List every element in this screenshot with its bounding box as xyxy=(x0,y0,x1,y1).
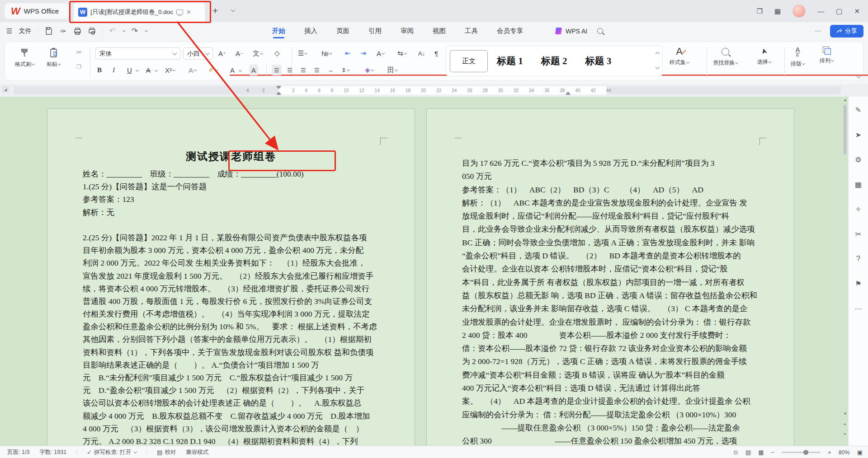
select-cursor-icon[interactable]: ➤ xyxy=(852,128,865,141)
superscript-button[interactable]: X² xyxy=(165,65,175,75)
zoom-level[interactable]: 80% xyxy=(839,449,850,456)
more-icon[interactable]: ⋯ xyxy=(852,302,865,315)
scroll-up-icon[interactable]: ▲ xyxy=(843,98,847,102)
next-page-icon[interactable]: ⏷ xyxy=(843,432,846,437)
underline-chevron-icon[interactable] xyxy=(136,69,139,72)
ribbon-tab[interactable]: 引用 xyxy=(368,23,382,39)
ribbon-tab[interactable]: 审阅 xyxy=(400,23,415,39)
paste-button[interactable]: 粘贴 xyxy=(47,47,61,68)
zoom-out-button[interactable]: − xyxy=(771,449,774,456)
bookmark-icon[interactable]: ⚑ xyxy=(852,277,865,290)
zoom-slider-thumb[interactable] xyxy=(803,450,808,455)
style-item[interactable]: 标题 1 xyxy=(488,55,532,67)
gallery-scroll-down-icon[interactable] xyxy=(655,65,660,70)
cut-icon[interactable]: ✂ xyxy=(76,48,82,56)
align-right-button[interactable]: ☰ xyxy=(301,65,306,75)
cjk-layout-button[interactable]: ⇆ xyxy=(397,48,406,59)
tab-list-chevron-icon[interactable] xyxy=(231,8,236,12)
sort-button[interactable]: A↓ xyxy=(418,48,425,59)
chart-icon[interactable]: ▦ xyxy=(852,178,865,191)
format-painter-button[interactable]: 格式刷 xyxy=(15,47,34,68)
ruler-toggle-icon[interactable]: ◢ xyxy=(2,86,9,93)
underline-button[interactable]: U xyxy=(127,65,132,75)
redo-chevron-icon[interactable] xyxy=(145,29,148,32)
ribbon-tab[interactable]: 工具 xyxy=(464,23,479,39)
tools-icon[interactable]: ✧ xyxy=(852,202,865,216)
copy-icon[interactable]: ❐ xyxy=(76,64,81,70)
style-item[interactable]: 标题 3 xyxy=(576,55,621,67)
cast-screen-icon[interactable] xyxy=(176,9,183,14)
word-count[interactable]: 字数: 1931 xyxy=(39,449,66,456)
zoom-slider[interactable] xyxy=(782,452,821,453)
help-icon[interactable]: ? xyxy=(852,252,865,266)
file-menu[interactable]: 文件 xyxy=(19,27,31,35)
wps-ai-button[interactable]: WPS AI xyxy=(566,28,587,35)
find-replace-button[interactable]: 查找替换 xyxy=(713,47,738,67)
avatar[interactable] xyxy=(793,5,806,18)
font-size-select[interactable]: 小四 xyxy=(183,47,213,60)
arrange-button[interactable]: 排列 xyxy=(820,47,834,65)
document-page-2[interactable]: 目为 17 626 万元 C.“资本公积”项目为 5 928 万元 D.“未分配… xyxy=(426,108,794,446)
close-button[interactable]: ✕ xyxy=(854,7,860,15)
document-page-1[interactable]: 测试授课老师组卷 姓名：_________ 班级：_________ 成绩：__… xyxy=(47,108,415,446)
eye-protection-icon[interactable]: ⊙ xyxy=(733,449,738,456)
char-shading-button[interactable]: A xyxy=(249,65,258,75)
borders-button[interactable]: 田 xyxy=(387,65,397,75)
sign-icon[interactable]: ✑ xyxy=(59,27,67,35)
shrink-font-button[interactable]: A− xyxy=(236,48,243,59)
split-window-icon[interactable]: ❐ xyxy=(757,7,763,15)
scrollbar-thumb[interactable] xyxy=(844,105,846,154)
align-center-button[interactable]: ☰ xyxy=(287,65,292,75)
fit-page-icon[interactable]: ▣ xyxy=(857,449,863,456)
page-indicator[interactable]: 页面: 1/3 xyxy=(7,449,29,456)
previous-page-icon[interactable]: ⏶ xyxy=(843,422,846,427)
app-center-icon[interactable]: ▦ xyxy=(774,7,781,15)
bullet-list-button[interactable]: ☰ xyxy=(298,48,307,59)
text-tools-button[interactable]: A xyxy=(377,48,384,59)
maximize-button[interactable]: ▢ xyxy=(836,7,842,15)
document-canvas[interactable]: 测试授课老师组卷 姓名：_________ 班级：_________ 成绩：__… xyxy=(0,97,868,446)
ribbon-tab[interactable]: 页面 xyxy=(335,23,350,39)
properties-icon[interactable]: ⚙ xyxy=(852,153,865,166)
shading-button[interactable]: ◈ xyxy=(365,65,373,75)
line-spacing-button[interactable]: ⇕ xyxy=(341,65,349,75)
share-button[interactable]: 分享 xyxy=(830,25,863,37)
style-item[interactable]: 标题 2 xyxy=(532,55,576,67)
align-left-button[interactable]: ☰ xyxy=(272,65,282,75)
ribbon-tab[interactable]: 会员专享 xyxy=(496,23,524,39)
more-options-icon[interactable]: ⋯ xyxy=(813,26,823,36)
select-button[interactable]: ➤ 选择 xyxy=(757,47,771,66)
strikethrough-chevron-icon[interactable] xyxy=(155,69,158,72)
print-icon[interactable] xyxy=(73,27,81,35)
ribbon-tab[interactable]: 开始 xyxy=(271,23,286,39)
strikethrough-button[interactable]: A xyxy=(146,65,151,75)
vertical-scrollbar[interactable]: ▲ ▼ ⏶ ⏷ xyxy=(843,98,847,445)
text-effect-button[interactable]: A xyxy=(189,65,196,75)
multi-page-view-icon[interactable]: ▦ xyxy=(758,449,764,456)
spellcheck-toggle[interactable]: ✓ 拼写检查: 打开 xyxy=(87,449,137,456)
new-tab-button[interactable]: + xyxy=(212,5,218,16)
page-view-icon[interactable]: ▤ xyxy=(745,449,751,456)
typeset-button[interactable]: A≡ 排版 xyxy=(791,47,805,68)
proofread-button[interactable]: ▤ 校对 xyxy=(157,449,176,456)
app-logo[interactable]: W WPS Office xyxy=(5,3,69,19)
highlight-button[interactable]: ✐ xyxy=(208,65,217,75)
grow-font-button[interactable]: A+ xyxy=(218,48,226,59)
edit-pen-icon[interactable]: ✎ xyxy=(852,103,865,117)
gallery-scroll-up-icon[interactable] xyxy=(655,52,660,56)
align-justify-button[interactable]: ☰ xyxy=(314,65,320,75)
print-preview-icon[interactable] xyxy=(88,27,96,35)
save-icon[interactable] xyxy=(44,27,52,35)
undo-icon[interactable]: ↶ xyxy=(109,26,115,36)
document-tab[interactable]: W [只读]测试授课老师组卷_0.doc ✕ xyxy=(74,2,205,22)
numbered-list-button[interactable]: № xyxy=(321,48,332,59)
bold-button[interactable]: B xyxy=(97,65,102,75)
style-set-button[interactable]: A✐ 样式集 xyxy=(670,47,689,66)
paragraph-mark-button[interactable]: ¶ xyxy=(434,48,438,59)
clear-format-button[interactable]: ◇ xyxy=(274,48,280,59)
italic-button[interactable]: I xyxy=(113,65,115,75)
ribbon-tab[interactable]: 插入 xyxy=(303,23,318,39)
distribute-button[interactable]: ↔ xyxy=(328,65,334,75)
scroll-down-icon[interactable]: ▼ xyxy=(843,411,847,416)
ribbon-tab[interactable]: 视图 xyxy=(432,23,447,39)
